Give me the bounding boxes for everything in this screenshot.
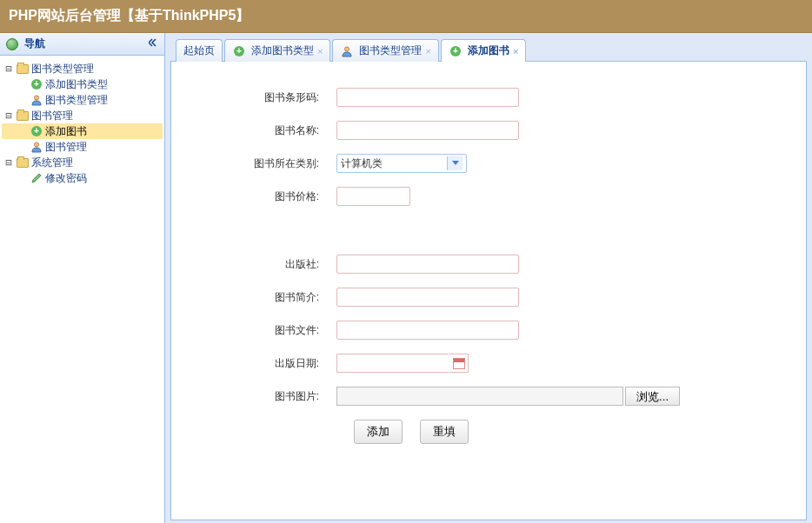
submit-button[interactable]: 添加 [354,420,403,444]
calendar-icon[interactable] [449,354,469,373]
input-pubdate[interactable] [336,354,449,373]
tree-node-5[interactable]: 图书管理 [2,139,163,155]
input-publisher[interactable] [336,255,519,274]
close-icon[interactable]: × [425,46,430,56]
label-pubdate: 出版日期: [189,356,336,371]
svg-point-2 [345,47,349,51]
tree-node-0[interactable]: ⊟图书类型管理 [2,61,163,76]
label-image: 图书图片: [189,389,336,404]
tree-label: 修改密码 [45,171,87,186]
svg-point-1 [35,142,39,147]
sidebar-header: 导航 [0,33,164,56]
tab-0[interactable]: 起始页 [176,39,223,62]
input-file[interactable] [336,321,519,340]
tab-label: 起始页 [183,43,215,58]
tree-label: 图书类型管理 [45,93,108,108]
tree-label: 图书管理 [45,140,87,155]
label-price: 图书价格: [189,189,336,204]
tree-node-3[interactable]: ⊟图书管理 [2,108,163,123]
label-barcode: 图书条形码: [189,90,336,105]
app-header: PHP网站后台管理【基于ThinkPHP5】 [0,0,812,33]
tab-1[interactable]: +添加图书类型× [224,39,330,62]
tree-node-6[interactable]: ⊟系统管理 [2,155,163,170]
pencil-icon [30,171,43,185]
input-image-path[interactable] [336,387,623,406]
user-icon [30,93,43,107]
tree-label: 图书管理 [31,109,73,123]
tab-label: 添加图书 [468,43,509,58]
tree-label: 添加图书 [45,124,87,139]
tree-collapse-icon[interactable]: ⊟ [2,63,16,75]
globe-icon [5,37,19,51]
input-price[interactable] [336,187,410,206]
close-icon[interactable]: × [513,46,518,56]
input-barcode[interactable] [336,88,519,107]
tree-node-1[interactable]: +添加图书类型 [2,76,163,92]
add-icon: + [30,124,43,138]
tab-2[interactable]: 图书类型管理× [332,39,438,62]
tree-node-2[interactable]: 图书类型管理 [2,92,163,108]
add-icon: + [30,77,43,91]
tree-node-4[interactable]: +添加图书 [2,123,163,139]
input-intro[interactable] [336,288,519,307]
tab-3[interactable]: +添加图书× [441,39,526,62]
tree-collapse-icon[interactable]: ⊟ [2,156,16,169]
folder-icon [16,156,30,169]
tree-label: 图书类型管理 [31,62,94,76]
label-file: 图书文件: [189,323,336,338]
sidebar-title: 导航 [24,36,45,51]
select-category-value: 计算机类 [341,156,383,171]
tree-node-7[interactable]: 修改密码 [2,170,163,186]
sidebar: 导航 ⊟图书类型管理+添加图书类型图书类型管理⊟图书管理+添加图书图书管理⊟系统… [0,33,165,523]
select-category[interactable]: 计算机类 [336,154,467,173]
app-title: PHP网站后台管理【基于ThinkPHP5】 [9,8,250,23]
close-icon[interactable]: × [317,46,323,56]
label-intro: 图书简介: [189,290,336,305]
folder-icon [16,62,30,76]
label-publisher: 出版社: [189,257,336,272]
tree-label: 系统管理 [31,156,73,170]
svg-point-0 [35,96,39,100]
nav-tree: ⊟图书类型管理+添加图书类型图书类型管理⊟图书管理+添加图书图书管理⊟系统管理修… [0,56,164,523]
tab-bar: 起始页+添加图书类型×图书类型管理×+添加图书× [170,38,807,62]
input-name[interactable] [336,121,519,140]
browse-button[interactable]: 浏览... [625,387,680,406]
user-icon [30,140,43,154]
content-area: 起始页+添加图书类型×图书类型管理×+添加图书× 图书条形码: 图书名称: 图书… [165,33,812,523]
folder-icon [16,109,30,122]
reset-button[interactable]: 重填 [420,420,469,444]
tree-label: 添加图书类型 [45,77,108,92]
add-icon: + [232,44,246,58]
user-icon [340,44,354,58]
chevron-down-icon [447,156,463,170]
label-name: 图书名称: [189,123,336,138]
label-category: 图书所在类别: [189,156,336,171]
tree-collapse-icon[interactable]: ⊟ [2,109,16,122]
collapse-icon[interactable] [149,37,159,50]
add-icon: + [449,44,463,58]
tab-label: 添加图书类型 [251,43,314,58]
tab-panel-add-book: 图书条形码: 图书名称: 图书所在类别: 计算机类 图书价格: [170,62,807,520]
tab-label: 图书类型管理 [359,43,422,58]
